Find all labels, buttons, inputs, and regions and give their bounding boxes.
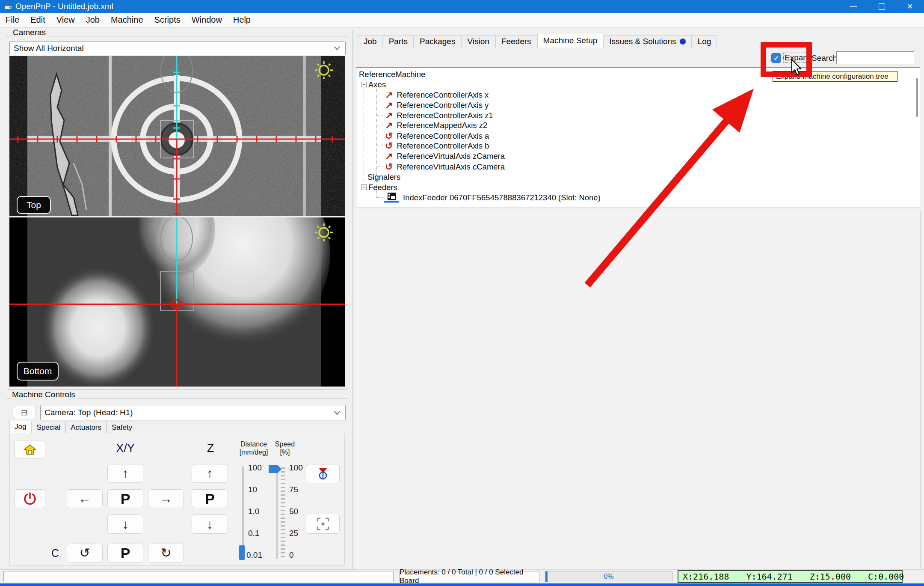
minimize-icon: — [850, 2, 857, 11]
menu-edit[interactable]: Edit [25, 13, 50, 27]
speed-tick-50: 50 [289, 507, 298, 516]
distance-slider-thumb[interactable] [239, 545, 245, 560]
tool-select[interactable]: Camera: Top (Head: H1) [40, 405, 346, 420]
tree-row-axis-x[interactable]: ↗ReferenceControllerAxis x [377, 90, 489, 100]
progress-bar-label: 0% [604, 573, 613, 580]
tree-row-feeders[interactable]: − Feeders [361, 182, 397, 192]
maximize-button[interactable] [868, 0, 896, 13]
camera-view-bottom[interactable]: Bottom [9, 217, 345, 387]
distance-label: Distance[mm/deg] [234, 440, 273, 456]
window-title: OpenPnP - Untitled.job.xml [15, 2, 113, 11]
camera-bottom-label: Bottom [17, 362, 58, 380]
progress-bar-fill [545, 571, 548, 582]
dro-y: Y:164.271 [746, 571, 792, 582]
tree-scrollbar[interactable] [916, 78, 918, 117]
app-icon [3, 2, 12, 11]
collapse-controls-button[interactable]: ⊟ [13, 406, 36, 419]
jog-z-down-button[interactable]: ↓ [192, 515, 228, 534]
tree-label: ReferenceVirtualAxis zCamera [397, 152, 505, 161]
tree-row-axis-ccamera[interactable]: ↺ReferenceVirtualAxis cCamera [377, 162, 505, 172]
tree-row-axis-y[interactable]: ↗ReferenceControllerAxis y [377, 100, 489, 110]
jog-z-up-button[interactable]: ↑ [192, 464, 228, 483]
tab-feeders[interactable]: Feeders [495, 35, 537, 48]
title-bar: OpenPnP - Untitled.job.xml — ✕ [0, 0, 924, 13]
tab-safety[interactable]: Safety [107, 422, 137, 433]
distance-tick-01: 0.1 [248, 529, 259, 538]
dro-x: X:216.188 [683, 571, 729, 582]
tree-row-axis-z2[interactable]: ↗ReferenceMappedAxis z2 [377, 120, 487, 130]
jog-x-minus-button[interactable]: ← [67, 489, 103, 508]
machine-controls-label: Machine Controls [10, 390, 77, 399]
feeder-icon [384, 193, 400, 203]
tree-label: Axes [368, 80, 386, 89]
linear-axis-icon: ↗ [385, 90, 393, 100]
tab-machine-setup[interactable]: Machine Setup [537, 33, 604, 48]
collapse-node-icon[interactable]: − [361, 82, 367, 87]
tree-row-axis-a[interactable]: ↺ReferenceControllerAxis a [377, 131, 489, 141]
menu-help[interactable]: Help [228, 13, 256, 27]
tree-label: ReferenceControllerAxis a [397, 131, 489, 141]
machine-config-tree[interactable]: ReferenceMachine − Axes ↗ReferenceContro… [356, 67, 920, 208]
tree-label: IndexFeeder 0670FF565457888367212340 (Sl… [403, 193, 601, 202]
rotate-ccw-button[interactable]: ↺ [67, 544, 103, 562]
park-icon: P [121, 491, 130, 506]
svg-text:Bottom: Bottom [24, 366, 52, 376]
tab-issues-solutions[interactable]: Issues & Solutions [603, 35, 691, 48]
position-camera-xy-button[interactable]: P [107, 489, 143, 508]
tree-row-root[interactable]: ReferenceMachine [359, 69, 425, 79]
tree-row-axis-zcamera[interactable]: ↗ReferenceVirtualAxis zCamera [377, 151, 505, 161]
jog-y-minus-button[interactable]: ↓ [107, 515, 143, 534]
issues-badge [680, 39, 686, 45]
home-icon [24, 444, 36, 455]
tree-row-axis-z1[interactable]: ↗ReferenceControllerAxis z1 [377, 110, 493, 120]
rotate-cw-button[interactable]: ↻ [148, 544, 184, 562]
position-tool-button[interactable] [306, 514, 340, 534]
minimize-button[interactable]: — [839, 0, 868, 13]
power-icon [24, 492, 36, 505]
park-icon: P [205, 491, 215, 506]
home-button[interactable] [15, 440, 45, 458]
tab-job[interactable]: Job [358, 35, 383, 48]
tree-label: ReferenceControllerAxis b [397, 141, 489, 151]
menu-view[interactable]: View [51, 13, 80, 27]
arrow-left-icon: ← [78, 492, 91, 505]
xy-axis-label: X/Y [108, 442, 142, 455]
tree-row-signalers[interactable]: Signalers [361, 172, 400, 182]
linear-axis-icon: ↗ [385, 121, 393, 130]
position-camera-z-button[interactable]: P [192, 489, 228, 508]
menu-window[interactable]: Window [186, 13, 228, 27]
close-button[interactable]: ✕ [896, 0, 924, 13]
menu-job[interactable]: Job [80, 13, 105, 27]
machine-controls-tabs: Jog Special Actuators Safety [9, 421, 137, 433]
cameras-panel-label: Cameras [11, 28, 47, 36]
nozzle-park-icon [317, 467, 329, 480]
tree-row-axes[interactable]: − Axes [361, 80, 386, 89]
tree-row-indexfeeder[interactable]: IndexFeeder 0670FF565457888367212340 (Sl… [377, 193, 601, 202]
speed-slider[interactable] [276, 467, 278, 559]
tab-packages[interactable]: Packages [414, 35, 461, 48]
menu-machine[interactable]: Machine [105, 13, 149, 27]
distance-tick-10: 10 [248, 485, 257, 494]
tree-label: ReferenceMachine [359, 70, 425, 79]
search-input[interactable] [836, 51, 914, 64]
speed-tick-100: 100 [289, 463, 303, 473]
park-z-button[interactable] [306, 464, 340, 483]
menu-scripts[interactable]: Scripts [149, 13, 186, 27]
tab-vision[interactable]: Vision [461, 35, 495, 48]
jog-x-plus-button[interactable]: → [148, 489, 184, 508]
jog-y-plus-button[interactable]: ↑ [107, 464, 143, 483]
menu-file[interactable]: File [0, 13, 25, 27]
collapse-node-icon[interactable]: − [361, 184, 367, 190]
tab-jog[interactable]: Jog [9, 420, 31, 433]
tab-special[interactable]: Special [31, 422, 65, 433]
tab-parts[interactable]: Parts [383, 35, 414, 48]
camera-view-top[interactable]: Top [9, 56, 345, 216]
tree-guide-line [364, 79, 364, 187]
tab-actuators[interactable]: Actuators [65, 422, 107, 433]
tab-log[interactable]: Log [692, 35, 717, 48]
power-button[interactable] [15, 489, 45, 508]
panel-splitter[interactable] [352, 30, 353, 569]
position-camera-c-button[interactable]: P [107, 544, 143, 562]
tree-row-axis-b[interactable]: ↺ReferenceControllerAxis b [377, 141, 489, 151]
camera-view-select[interactable]: Show All Horizontal [9, 41, 346, 55]
